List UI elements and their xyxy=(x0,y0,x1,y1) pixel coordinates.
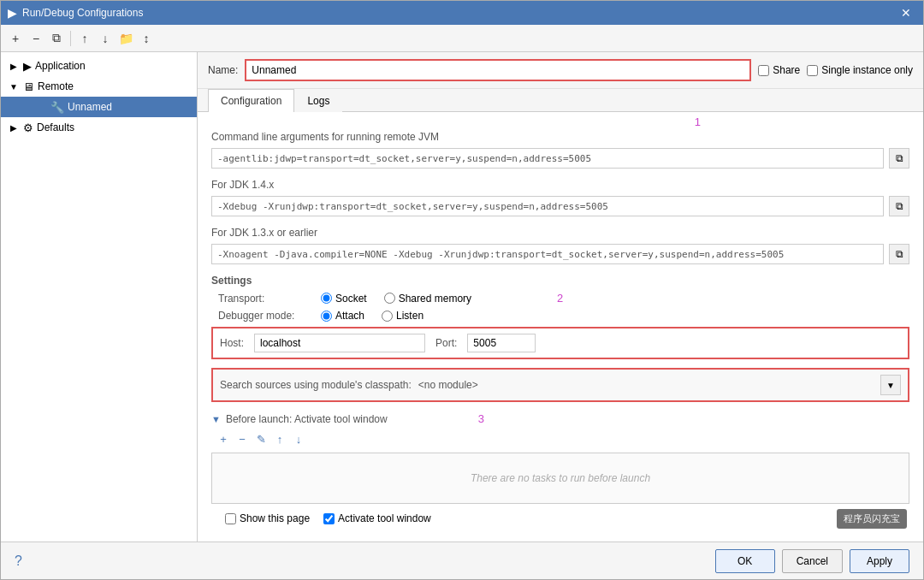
debugger-mode-row: Debugger mode: Attach Listen xyxy=(211,310,909,322)
folder-button[interactable]: 📁 xyxy=(116,29,135,48)
cmd-jdk14-input[interactable] xyxy=(211,196,884,216)
transport-shared-label[interactable]: Shared memory xyxy=(384,293,471,305)
before-launch-add-btn[interactable]: + xyxy=(215,430,232,447)
jdk13-label: For JDK 1.3.x or earlier xyxy=(211,227,909,239)
tab-logs[interactable]: Logs xyxy=(294,89,342,112)
transport-socket-label[interactable]: Socket xyxy=(321,293,367,305)
toolbar-separator xyxy=(70,31,71,46)
before-launch-expand-icon: ▼ xyxy=(211,414,221,424)
cancel-button[interactable]: Cancel xyxy=(782,549,843,573)
help-icon[interactable]: ? xyxy=(15,553,22,569)
move-up-button[interactable]: ↑ xyxy=(75,29,94,48)
listen-text: Listen xyxy=(396,310,424,322)
activate-window-text: Activate tool window xyxy=(338,512,431,524)
classpath-dropdown[interactable]: ▼ xyxy=(880,375,901,395)
show-page-label[interactable]: Show this page xyxy=(225,512,310,524)
sidebar-label-remote: Remote xyxy=(38,80,74,92)
application-icon: ▶ xyxy=(23,60,32,73)
share-checkbox[interactable] xyxy=(758,65,769,76)
settings-label: Settings xyxy=(211,275,909,287)
before-launch-section: ▼ Before launch: Activate tool window 3 … xyxy=(211,412,909,504)
attach-text: Attach xyxy=(335,310,364,322)
ok-button[interactable]: OK xyxy=(715,549,775,573)
classpath-input[interactable] xyxy=(418,376,874,394)
before-launch-down-btn[interactable]: ↓ xyxy=(290,430,307,447)
sidebar-item-remote[interactable]: ▼ 🖥 Remote xyxy=(1,76,197,97)
bottom-checkboxes-row: Show this page Activate tool window xyxy=(211,512,909,524)
before-launch-header[interactable]: ▼ Before launch: Activate tool window 3 xyxy=(211,412,909,425)
expand-application-icon: ▶ xyxy=(8,60,20,72)
cmd-label: Command line arguments for running remot… xyxy=(211,131,909,143)
expand-remote-icon: ▼ xyxy=(8,80,20,92)
before-launch-up-btn[interactable]: ↑ xyxy=(271,430,288,447)
remote-icon: 🖥 xyxy=(23,80,34,93)
before-launch-remove-btn[interactable]: − xyxy=(234,430,251,447)
transport-label: Transport: xyxy=(218,293,304,305)
transport-shared-text: Shared memory xyxy=(399,293,471,305)
cmd-jdk13-input[interactable] xyxy=(211,244,884,264)
tab-configuration[interactable]: Configuration xyxy=(208,89,294,112)
show-page-text: Show this page xyxy=(240,512,310,524)
single-instance-checkbox[interactable] xyxy=(807,65,818,76)
title-bar-icon: ▶ xyxy=(8,6,17,20)
share-checkbox-label[interactable]: Share xyxy=(758,64,800,76)
attach-label[interactable]: Attach xyxy=(321,310,364,322)
cmd-jdk14-row: ⧉ xyxy=(211,196,909,216)
show-page-checkbox[interactable] xyxy=(225,513,236,524)
classpath-row: Search sources using module's classpath:… xyxy=(211,368,909,402)
right-panel: Name: Share Single instance only Configu… xyxy=(198,52,923,542)
single-instance-label: Single instance only xyxy=(821,64,913,76)
sidebar: ▶ ▶ Application ▼ 🖥 Remote 🔧 Unnamed ▶ ⚙… xyxy=(1,52,198,542)
activate-window-label[interactable]: Activate tool window xyxy=(323,512,431,524)
move-down-button[interactable]: ↓ xyxy=(96,29,115,48)
before-launch-mini-toolbar: + − ✎ ↑ ↓ xyxy=(211,430,909,447)
transport-socket-radio[interactable] xyxy=(321,293,332,304)
host-label: Host: xyxy=(220,337,244,349)
listen-label[interactable]: Listen xyxy=(382,310,424,322)
host-port-row: Host: Port: xyxy=(211,327,909,359)
copy-jdwp-button[interactable]: ⧉ xyxy=(889,148,909,169)
name-input[interactable] xyxy=(245,59,751,81)
listen-radio[interactable] xyxy=(382,311,393,322)
apply-button[interactable]: Apply xyxy=(850,549,909,573)
settings-section: Settings Transport: Socket Shared memory xyxy=(211,275,909,402)
add-button[interactable]: + xyxy=(6,29,25,48)
main-content: ▶ ▶ Application ▼ 🖥 Remote 🔧 Unnamed ▶ ⚙… xyxy=(1,52,923,542)
port-label: Port: xyxy=(435,337,457,349)
remove-button[interactable]: − xyxy=(27,29,45,48)
debugger-mode-label: Debugger mode: xyxy=(218,310,304,322)
attach-radio[interactable] xyxy=(321,311,332,322)
before-launch-box: There are no tasks to run before launch xyxy=(211,453,909,504)
host-input[interactable] xyxy=(254,334,425,352)
sort-button[interactable]: ↕ xyxy=(137,29,156,48)
before-launch-edit-btn[interactable]: ✎ xyxy=(252,430,270,447)
unnamed-icon: 🔧 xyxy=(50,101,64,114)
sidebar-item-application[interactable]: ▶ ▶ Application xyxy=(1,56,197,76)
close-button[interactable]: ✕ xyxy=(896,4,916,21)
sidebar-label-unnamed: Unnamed xyxy=(68,101,112,113)
name-label: Name: xyxy=(208,64,238,76)
copy-jdk14-button[interactable]: ⧉ xyxy=(889,196,909,216)
expand-unnamed-icon xyxy=(35,101,47,113)
copy-jdk13-button[interactable]: ⧉ xyxy=(889,244,909,264)
sidebar-item-defaults[interactable]: ▶ ⚙ Defaults xyxy=(1,117,197,138)
activate-window-checkbox[interactable] xyxy=(323,513,335,524)
annotation-3: 3 xyxy=(478,412,484,425)
cmd-jdwp-input[interactable] xyxy=(211,148,884,169)
single-instance-checkbox-label[interactable]: Single instance only xyxy=(807,64,913,76)
annotation-2: 2 xyxy=(557,292,563,305)
sidebar-label-defaults: Defaults xyxy=(37,121,74,133)
transport-shared-radio[interactable] xyxy=(384,293,395,304)
sidebar-item-unnamed[interactable]: 🔧 Unnamed xyxy=(1,97,197,117)
cmd-jdk13-row: ⧉ xyxy=(211,244,909,264)
copy-config-button[interactable]: ⧉ xyxy=(47,29,66,48)
port-input[interactable] xyxy=(467,334,536,352)
toolbar: + − ⧉ ↑ ↓ 📁 ↕ xyxy=(1,25,923,52)
sidebar-label-application: Application xyxy=(35,60,86,72)
title-bar: ▶ Run/Debug Configurations ✕ xyxy=(1,1,923,25)
jdk14-label: For JDK 1.4.x xyxy=(211,179,909,191)
footer: ? OK Cancel Apply xyxy=(1,542,923,579)
no-tasks-text: There are no tasks to run before launch xyxy=(471,472,650,484)
watermark: 程序员闪充宝 xyxy=(837,509,907,529)
defaults-icon: ⚙ xyxy=(23,121,33,134)
